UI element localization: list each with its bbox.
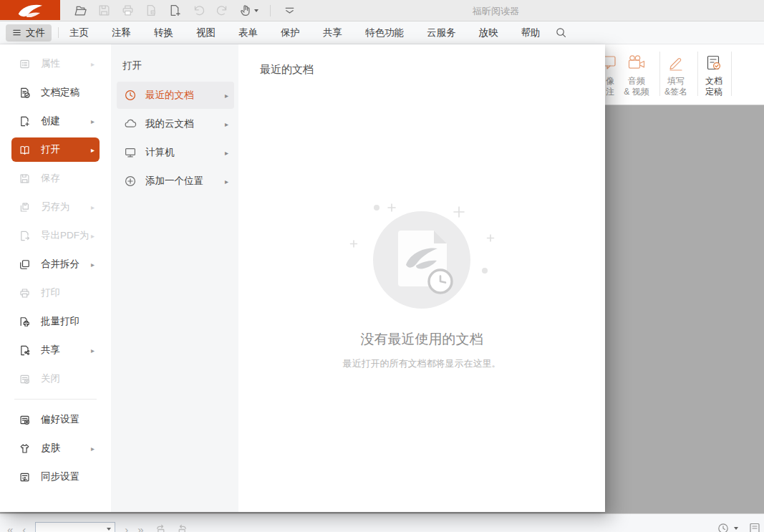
save-icon xyxy=(97,4,111,18)
merge-split-icon xyxy=(19,258,31,271)
computer-icon xyxy=(124,146,137,159)
file-menu-item-label: 打开 xyxy=(41,143,60,156)
search-icon[interactable] xyxy=(555,26,567,39)
tab-comment[interactable]: 注释 xyxy=(112,26,131,39)
preferences-icon xyxy=(19,414,31,426)
cloud-icon xyxy=(124,117,137,130)
file-menu-button[interactable]: 文件 xyxy=(6,24,52,42)
submenu-arrow-icon: ▸ xyxy=(225,92,228,100)
file-menu-item-label: 导出PDF为 xyxy=(41,229,90,242)
file-menu-item-create[interactable]: 创建 ▸ xyxy=(11,107,100,135)
redo-icon xyxy=(215,4,229,18)
ribbon-group-fill-sign[interactable]: 填写 &签名 xyxy=(656,50,696,97)
file-menu-item-save: 保存 xyxy=(11,164,100,193)
file-menu-item-label: 另存为 xyxy=(41,200,70,213)
tab-cloud-service[interactable]: 云服务 xyxy=(427,26,456,39)
file-menu-overlay: 属性 ▸ 文档定稿 创建 ▸ 打开 ▸ 保存 xyxy=(0,44,605,512)
page-dropdown-icon xyxy=(107,528,111,531)
hand-tool-button[interactable] xyxy=(238,4,258,18)
new-document-icon[interactable] xyxy=(168,4,182,18)
undo-icon xyxy=(191,4,205,18)
properties-icon xyxy=(19,58,31,70)
doc-finalize-icon xyxy=(694,50,734,76)
ribbon-group-label: 定稿 xyxy=(694,87,734,97)
open-icon xyxy=(19,144,31,156)
save-icon xyxy=(19,173,31,185)
ribbon-group-label: &签名 xyxy=(656,87,696,97)
add-location-icon xyxy=(124,175,137,188)
batch-print-icon xyxy=(19,316,31,328)
menu-bar: 文件 主页 注释 转换 视图 表单 保护 共享 特色功能 云服务 放映 帮助 xyxy=(0,21,764,44)
open-folder-icon[interactable] xyxy=(73,4,87,18)
submenu-arrow-icon: ▸ xyxy=(91,261,95,269)
file-menu-item-label: 保存 xyxy=(41,172,60,185)
file-menu-item-label: 关闭 xyxy=(41,372,60,385)
share-icon xyxy=(19,344,31,357)
file-menu-item-merge-split[interactable]: 合并拆分 ▸ xyxy=(11,250,100,279)
tab-protect[interactable]: 保护 xyxy=(281,26,300,39)
file-menu-item-label: 批量打印 xyxy=(41,315,79,328)
submenu-arrow-icon: ▸ xyxy=(91,232,95,240)
open-item-cloud-documents[interactable]: 我的云文档 ▸ xyxy=(117,110,234,137)
file-menu-item-preferences[interactable]: 偏好设置 xyxy=(11,405,100,434)
open-item-recent-documents[interactable]: 最近的文档 ▸ xyxy=(117,82,234,109)
submenu-arrow-icon: ▸ xyxy=(225,120,228,128)
rotate-left-icon[interactable] xyxy=(153,523,167,532)
doc-finalize-icon xyxy=(19,87,31,99)
open-locations-list: 最近的文档 ▸ 我的云文档 ▸ 计算机 ▸ 添加一个位置 ▸ xyxy=(117,82,234,196)
ribbon-group-audio-video[interactable]: 音频 & 视频 xyxy=(616,50,657,97)
foxit-logo[interactable] xyxy=(0,0,60,20)
clock-icon xyxy=(124,89,137,102)
ribbon-group-label: 音频 xyxy=(616,76,657,87)
file-menu-item-open[interactable]: 打开 ▸ xyxy=(11,137,100,162)
page-layout-icon[interactable] xyxy=(748,522,761,532)
file-menu-item-sync-settings[interactable]: 同步设置 xyxy=(11,463,100,491)
reading-time-icon[interactable] xyxy=(717,522,730,532)
tab-form[interactable]: 表单 xyxy=(238,26,258,39)
page-number-input[interactable] xyxy=(35,522,115,532)
recent-documents-title: 最近的文档 xyxy=(260,63,314,77)
foxit-swoosh-icon xyxy=(16,3,44,17)
ribbon-group-doc-finalize[interactable]: 文档 定稿 xyxy=(694,50,734,97)
ribbon-group-label: 文档 xyxy=(694,76,734,87)
file-menu-item-share[interactable]: 共享 ▸ xyxy=(11,336,100,364)
open-item-label: 我的云文档 xyxy=(145,117,194,130)
file-menu-item-skin[interactable]: 皮肤 ▸ xyxy=(11,434,100,463)
previous-page-button[interactable]: ‹ xyxy=(22,523,26,532)
status-bar: « ‹ › » xyxy=(0,513,764,532)
last-page-button[interactable]: » xyxy=(137,523,143,532)
ribbon-group-label: 填写 xyxy=(656,76,696,87)
file-menu-item-close: 关闭 xyxy=(11,364,100,393)
customize-toolbar-icon[interactable] xyxy=(282,4,296,18)
open-item-computer[interactable]: 计算机 ▸ xyxy=(117,139,234,166)
rotate-right-icon[interactable] xyxy=(176,523,190,532)
open-item-add-location[interactable]: 添加一个位置 ▸ xyxy=(117,168,234,195)
file-menu-item-print: 打印 xyxy=(11,279,100,307)
menu-divider xyxy=(14,399,97,400)
tab-view[interactable]: 视图 xyxy=(196,26,216,39)
next-page-button[interactable]: › xyxy=(125,523,128,532)
file-menu-item-properties: 属性 ▸ xyxy=(11,49,100,78)
tab-slideshow[interactable]: 放映 xyxy=(479,26,498,39)
file-menu-item-label: 偏好设置 xyxy=(41,413,79,426)
tab-help[interactable]: 帮助 xyxy=(521,26,541,39)
file-menu-item-batch-print[interactable]: 批量打印 xyxy=(11,307,100,336)
tab-special-features[interactable]: 特色功能 xyxy=(365,26,404,39)
title-bar: 福昕阅读器 xyxy=(0,0,764,21)
first-page-button[interactable]: « xyxy=(7,523,13,532)
empty-state-illustration xyxy=(332,185,511,328)
tab-convert[interactable]: 转换 xyxy=(154,26,173,39)
hamburger-icon xyxy=(12,28,21,37)
print-icon xyxy=(120,4,135,18)
close-document-icon xyxy=(144,4,158,18)
open-panel: 打开 最近的文档 ▸ 我的云文档 ▸ 计算机 ▸ xyxy=(111,44,238,512)
file-menu-item-doc-finalize[interactable]: 文档定稿 xyxy=(11,78,100,107)
empty-state-subtitle: 最近打开的所有文档都将显示在这里。 xyxy=(238,357,605,370)
hand-tool-dropdown-icon xyxy=(254,9,258,12)
tab-home[interactable]: 主页 xyxy=(69,26,89,39)
open-item-label: 添加一个位置 xyxy=(145,175,203,188)
skin-icon xyxy=(19,442,31,455)
tab-share[interactable]: 共享 xyxy=(323,26,342,39)
foxit-reader-window: 福昕阅读器 文件 主页 注释 转换 视图 表单 保护 共享 特色功能 云服务 放… xyxy=(0,0,764,532)
submenu-arrow-icon: ▸ xyxy=(91,146,95,154)
